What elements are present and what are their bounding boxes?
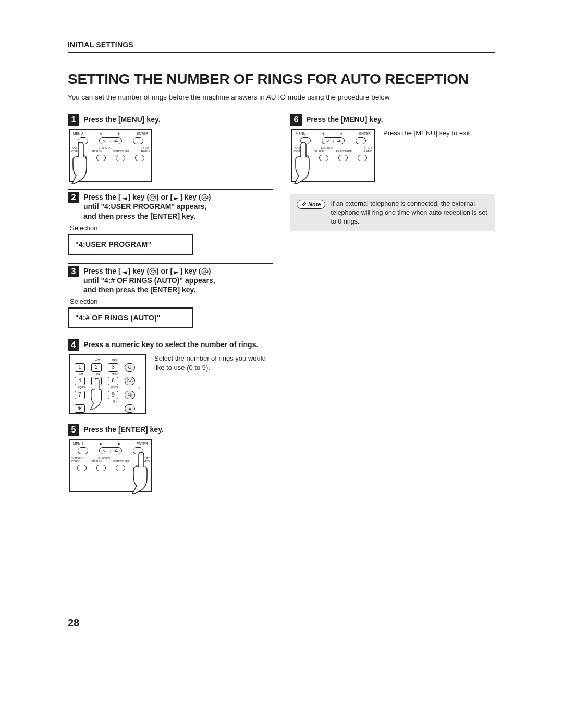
svg-point-0 bbox=[150, 194, 156, 201]
step-number: 3 bbox=[68, 266, 79, 277]
svg-point-2 bbox=[150, 268, 156, 275]
step-4: 4 Press a numeric key to select the numb… bbox=[68, 337, 273, 414]
step-title: Press the [] key () or [] key () until "… bbox=[83, 266, 215, 295]
step-title: Press the [MENU] key. bbox=[83, 114, 161, 124]
diamond-key-icon: ◈ bbox=[125, 404, 135, 413]
page-number: 28 bbox=[68, 617, 79, 629]
step-5: 5 Press the [ENTER] key. MENU ◄► ENTER bbox=[68, 422, 273, 492]
step-side-text: Press the [MENU] key to exit. bbox=[383, 129, 495, 138]
two-column-layout: 1 Press the [MENU] key. MENU ◄► ENTER bbox=[68, 112, 495, 499]
control-panel-diagram: MENU ◄► ENTER | bbox=[291, 129, 375, 182]
percent-key-icon: % bbox=[125, 391, 135, 399]
step-side-text: Select the number of rings you would lik… bbox=[154, 354, 273, 372]
finger-pointer-icon bbox=[293, 142, 314, 184]
step-6: 6 Press the [MENU] key. MENU ◄► ENTER bbox=[290, 112, 495, 182]
control-panel-diagram: MENU ◄► ENTER | bbox=[69, 129, 152, 182]
intro-text: You can set the number of rings before t… bbox=[68, 93, 495, 102]
enter-key-icon bbox=[133, 137, 143, 144]
pencil-icon bbox=[301, 202, 307, 207]
svg-point-1 bbox=[202, 194, 208, 201]
step-title: Press the [MENU] key. bbox=[306, 114, 383, 124]
selection-label: Selection bbox=[70, 224, 273, 232]
note-text: If an external telephone is connected, t… bbox=[331, 200, 489, 226]
step-3: 3 Press the [] key () or [] key () until… bbox=[68, 263, 273, 329]
note-box: Note If an external telephone is connect… bbox=[290, 194, 495, 231]
divider bbox=[68, 52, 495, 53]
step-1: 1 Press the [MENU] key. MENU ◄► ENTER bbox=[68, 112, 273, 182]
section-header: INITIAL SETTINGS bbox=[68, 41, 495, 49]
step-number: 4 bbox=[68, 339, 79, 351]
note-badge: Note bbox=[297, 200, 325, 209]
keypad-diagram: ABCDEF 123C GHIJKLMNO 456CA PQRSWXYZ② 79… bbox=[69, 354, 146, 414]
selection-label: Selection bbox=[70, 298, 273, 305]
enter-label: ENTER bbox=[137, 132, 148, 135]
step-number: 5 bbox=[68, 424, 79, 436]
right-column: 6 Press the [MENU] key. MENU ◄► ENTER bbox=[290, 112, 495, 499]
lcd-display: "4:USER PROGRAM" bbox=[68, 234, 193, 255]
step-title: Press the [ENTER] key. bbox=[83, 424, 164, 434]
svg-point-3 bbox=[202, 268, 208, 275]
finger-pointer-icon bbox=[71, 142, 92, 184]
step-2: 2 Press the [] key () or [] key () until… bbox=[68, 189, 273, 255]
left-column: 1 Press the [MENU] key. MENU ◄► ENTER bbox=[68, 112, 273, 499]
step-number: 2 bbox=[68, 192, 79, 203]
finger-pointer-icon bbox=[90, 376, 105, 412]
step-number: 6 bbox=[290, 114, 302, 126]
arrow-keys-icon: | bbox=[99, 137, 122, 144]
control-panel-diagram: MENU ◄► ENTER | bbox=[69, 439, 152, 492]
finger-pointer-icon bbox=[131, 452, 152, 494]
menu-label: MENU bbox=[73, 132, 83, 135]
step-title: Press the [] key () or [] key () until "… bbox=[83, 192, 211, 221]
page-title: SETTING THE NUMBER OF RINGS FOR AUTO REC… bbox=[68, 71, 495, 88]
page-content: INITIAL SETTINGS SETTING THE NUMBER OF R… bbox=[68, 41, 495, 499]
lcd-display: "4:# OF RINGS (AUTO)" bbox=[68, 307, 193, 328]
step-title: Press a numeric key to select the number… bbox=[83, 339, 258, 349]
step-number: 1 bbox=[68, 114, 79, 126]
